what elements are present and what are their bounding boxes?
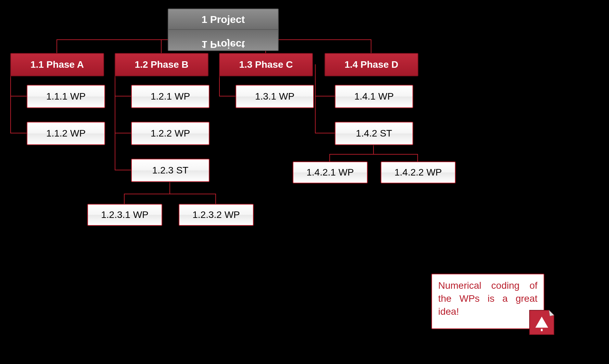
connector xyxy=(329,154,417,155)
root-reflection-label: 1 Project xyxy=(202,37,245,50)
wp-1-4-2-2: 1.4.2.2 WP xyxy=(381,161,456,183)
phase-label: 1.4 Phase D xyxy=(344,59,398,70)
wp-label: 1.4.2.1 WP xyxy=(306,167,354,178)
connector xyxy=(315,96,335,96)
wp-1-2-3-2: 1.2.3.2 WP xyxy=(179,204,254,226)
connector xyxy=(169,181,170,194)
root-node: 1 Project xyxy=(168,9,279,30)
phase-a: 1.1 Phase A xyxy=(10,53,104,76)
wp-1-2-3-1: 1.2.3.1 WP xyxy=(87,204,162,226)
wp-label: 1.2.3.2 WP xyxy=(192,209,240,220)
connector xyxy=(315,133,335,133)
callout-text: Numerical coding of the WPs is a great i… xyxy=(438,280,537,317)
connector xyxy=(373,144,374,154)
wp-label: 1.4.2.2 WP xyxy=(394,167,442,178)
wp-1-2-1: 1.2.1 WP xyxy=(131,85,210,108)
connector xyxy=(215,194,216,204)
connector xyxy=(161,39,162,53)
wp-1-2-2: 1.2.2 WP xyxy=(131,122,210,145)
st-1-2-3: 1.2.3 ST xyxy=(131,159,210,182)
connector xyxy=(219,96,236,96)
connector xyxy=(329,154,330,161)
connector xyxy=(56,39,57,53)
wp-1-4-1: 1.4.1 WP xyxy=(335,85,413,108)
connector xyxy=(10,133,27,133)
st-1-4-2: 1.4.2 ST xyxy=(335,122,413,145)
connector xyxy=(124,194,125,204)
phase-d: 1.4 Phase D xyxy=(325,53,418,76)
phase-label: 1.3 Phase C xyxy=(239,59,293,70)
wp-label: 1.2.3.1 WP xyxy=(101,209,149,220)
root-node-reflection: 1 Project xyxy=(168,29,279,51)
alert-document-icon xyxy=(527,308,556,337)
connector xyxy=(10,96,27,96)
connector xyxy=(315,64,316,133)
connector xyxy=(115,133,131,133)
wp-label: 1.1.2 WP xyxy=(46,128,86,139)
phase-b: 1.2 Phase B xyxy=(115,53,208,76)
wp-1-4-2-1: 1.4.2.1 WP xyxy=(293,161,368,183)
st-label: 1.4.2 ST xyxy=(356,128,392,139)
connector xyxy=(115,170,131,170)
root-label: 1 Project xyxy=(202,14,245,25)
wp-label: 1.1.1 WP xyxy=(46,91,86,102)
st-label: 1.2.3 ST xyxy=(152,165,189,176)
phase-label: 1.2 Phase B xyxy=(135,59,188,70)
phase-label: 1.1 Phase A xyxy=(30,59,84,70)
wp-1-3-1: 1.3.1 WP xyxy=(236,85,314,108)
phase-c: 1.3 Phase C xyxy=(219,53,313,76)
connector xyxy=(115,96,131,96)
connector xyxy=(417,154,418,161)
svg-rect-1 xyxy=(541,329,543,331)
connector xyxy=(124,194,215,194)
connector xyxy=(115,64,115,170)
wp-label: 1.2.1 WP xyxy=(151,91,190,102)
wp-label: 1.4.1 WP xyxy=(354,91,394,102)
wp-label: 1.3.1 WP xyxy=(255,91,294,102)
connector xyxy=(371,39,371,53)
wp-label: 1.2.2 WP xyxy=(151,128,190,139)
wp-1-1-2: 1.1.2 WP xyxy=(27,122,105,145)
wp-1-1-1: 1.1.1 WP xyxy=(27,85,105,108)
